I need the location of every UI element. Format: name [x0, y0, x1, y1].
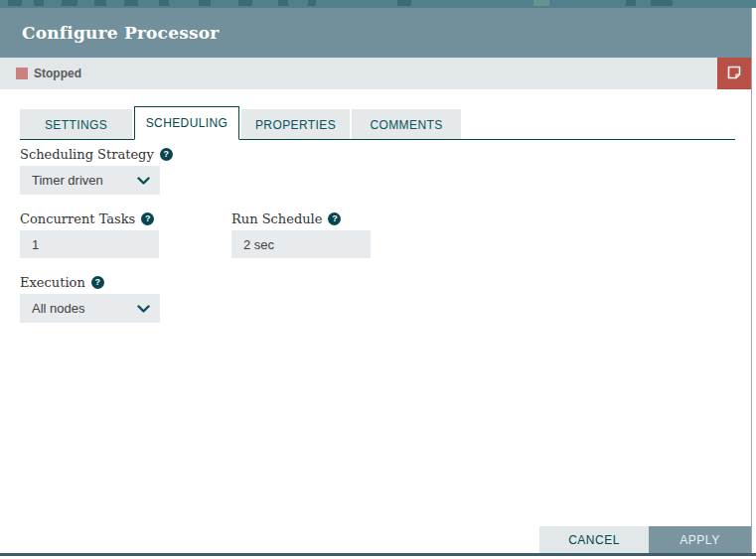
tab-scheduling-label: SCHEDULING — [146, 116, 228, 130]
usage-note-button[interactable] — [717, 58, 751, 89]
tab-properties-label: PROPERTIES — [255, 118, 336, 132]
concurrent-tasks-input[interactable] — [20, 230, 159, 258]
tab-settings[interactable]: SETTINGS — [20, 109, 132, 139]
background-toolbar-icon — [34, 0, 44, 6]
help-icon[interactable]: ? — [160, 148, 173, 161]
window-bottom-edge — [0, 553, 756, 556]
help-icon[interactable]: ? — [328, 212, 341, 225]
tab-comments-label: COMMENTS — [370, 118, 442, 132]
chevron-down-icon — [137, 300, 150, 318]
background-toolbar-icon — [62, 0, 77, 6]
chevron-down-icon — [137, 172, 150, 190]
scheduling-strategy-value: Timer driven — [32, 173, 103, 188]
help-icon[interactable]: ? — [141, 212, 154, 225]
stopped-status-icon — [16, 68, 28, 79]
background-toolbar-icon — [94, 0, 106, 6]
background-toolbar-icon — [8, 0, 22, 6]
tab-properties[interactable]: PROPERTIES — [241, 109, 350, 139]
status-label: Stopped — [34, 67, 81, 80]
apply-button[interactable]: APPLY — [649, 526, 751, 553]
tab-bar: SETTINGS SCHEDULING PROPERTIES COMMENTS — [20, 105, 735, 140]
background-toolbar-icon — [626, 0, 636, 6]
execution-value: All nodes — [32, 301, 84, 316]
sticky-note-icon — [726, 65, 742, 83]
background-toolbar-icon — [238, 0, 252, 6]
scheduling-strategy-label-row: Scheduling Strategy ? — [20, 147, 173, 162]
scheduling-strategy-label: Scheduling Strategy — [20, 147, 154, 162]
help-icon[interactable]: ? — [91, 276, 104, 289]
background-toolbar-icon — [124, 0, 138, 6]
background-toolbar-icon — [308, 0, 316, 6]
background-toolbar-icon — [278, 0, 288, 6]
tab-scheduling[interactable]: SCHEDULING — [134, 106, 239, 140]
background-toolbar-icon — [159, 0, 169, 6]
run-schedule-label-row: Run Schedule ? — [231, 211, 341, 226]
background-toolbar — [0, 0, 756, 8]
concurrent-tasks-label: Concurrent Tasks — [20, 211, 135, 226]
execution-label: Execution — [20, 275, 85, 290]
configure-processor-dialog: Configure Processor Stopped SETTINGS SCH… — [0, 8, 752, 553]
dialog-header: Configure Processor — [0, 8, 751, 58]
run-schedule-input[interactable] — [231, 230, 371, 258]
dialog-title: Configure Processor — [0, 23, 219, 43]
background-toolbar-icon — [397, 0, 411, 6]
cancel-button[interactable]: CANCEL — [539, 526, 649, 553]
scheduling-strategy-dropdown[interactable]: Timer driven — [20, 166, 160, 195]
tab-settings-label: SETTINGS — [45, 118, 107, 132]
screen: Configure Processor Stopped SETTINGS SCH… — [0, 0, 756, 559]
status-bar: Stopped — [0, 58, 751, 89]
tab-comments[interactable]: COMMENTS — [352, 109, 461, 139]
run-schedule-label: Run Schedule — [231, 211, 322, 226]
background-toolbar-icon — [651, 0, 673, 6]
background-toolbar-icon — [533, 0, 549, 6]
execution-label-row: Execution ? — [20, 275, 104, 290]
background-toolbar-icon — [199, 0, 211, 6]
concurrent-tasks-label-row: Concurrent Tasks ? — [20, 211, 154, 226]
execution-dropdown[interactable]: All nodes — [20, 294, 160, 323]
